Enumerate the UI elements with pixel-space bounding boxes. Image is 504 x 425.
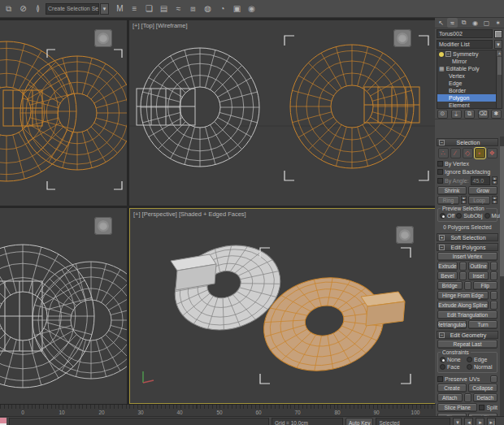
- manage-layers-icon[interactable]: ❏: [142, 2, 156, 15]
- edit-triangulation-button[interactable]: Edit Triangulation: [437, 310, 497, 319]
- dropdown-arrow-icon[interactable]: ▼: [453, 418, 462, 425]
- extrude-button[interactable]: Extrude: [437, 262, 458, 271]
- stack-row-element[interactable]: Element: [437, 102, 502, 109]
- object-name-field[interactable]: Torus002: [437, 29, 493, 38]
- unlink-selection-icon[interactable]: ⊘: [16, 2, 30, 15]
- viewcube[interactable]: [94, 29, 112, 47]
- selection-set-dropdown-arrow[interactable]: ▼: [100, 3, 109, 15]
- material-editor-icon[interactable]: ◍: [201, 2, 215, 15]
- shrink-button[interactable]: Shrink: [437, 186, 467, 195]
- viewport-menu-view[interactable]: [Perspective]: [142, 210, 177, 218]
- hierarchy-tab-icon[interactable]: ⧉: [458, 18, 469, 28]
- viewport-menu-plus[interactable]: [+]: [133, 210, 141, 218]
- maxscript-mini-listener[interactable]: [0, 418, 7, 425]
- auto-key-button[interactable]: Auto Key: [345, 418, 373, 425]
- preserve-uvs-settings-icon[interactable]: [490, 375, 497, 383]
- utilities-tab-icon[interactable]: ✶: [493, 18, 503, 28]
- object-color-swatch[interactable]: [494, 30, 502, 38]
- select-and-link-icon[interactable]: ⧉: [2, 2, 15, 15]
- by-vertex-checkbox[interactable]: [437, 161, 443, 167]
- border-icon[interactable]: ◇: [463, 148, 473, 158]
- viewport-top-left[interactable]: [0, 20, 127, 206]
- by-angle-field[interactable]: 45.0: [471, 176, 490, 185]
- inset-settings-icon[interactable]: [490, 271, 497, 280]
- extrude-settings-icon[interactable]: [459, 262, 467, 271]
- stack-row-symmetry[interactable]: − Symmetry: [437, 50, 502, 58]
- next-frame-button[interactable]: ►|: [487, 418, 496, 425]
- stack-row-editable-poly[interactable]: ▦ Editable Poly: [437, 65, 502, 72]
- constraint-none-radio[interactable]: [440, 357, 445, 362]
- selection-filter-dropdown[interactable]: Selected: [376, 418, 450, 425]
- polygon-icon[interactable]: ▪: [475, 148, 485, 158]
- viewport-menu-view[interactable]: [Top]: [141, 22, 154, 29]
- modifier-on-off-bulb-icon[interactable]: [439, 52, 444, 57]
- attach-button[interactable]: Attach: [437, 393, 463, 402]
- command-panel-scrollbar[interactable]: [500, 137, 504, 416]
- turn-button[interactable]: Turn: [468, 320, 497, 329]
- viewport-menu-shading[interactable]: [Wireframe]: [156, 22, 188, 29]
- inset-button[interactable]: Inset: [468, 271, 489, 280]
- stack-row-mirror[interactable]: Mirror: [437, 58, 502, 65]
- preview-multi-radio[interactable]: [484, 213, 490, 219]
- track-bar[interactable]: 0 10 20 30 40 50 60 70 80 90 100: [0, 404, 436, 416]
- retriangulate-button[interactable]: Retriangulate: [437, 320, 467, 329]
- modify-tab-icon[interactable]: ≈: [447, 18, 458, 28]
- viewport-menu-plus[interactable]: [+]: [133, 22, 140, 29]
- element-icon[interactable]: ❖: [487, 148, 497, 158]
- configure-modifier-sets-icon[interactable]: ✱: [491, 110, 502, 119]
- constraint-normal-radio[interactable]: [467, 364, 472, 370]
- extrude-along-spline-button[interactable]: Extrude Along Spline: [437, 301, 489, 310]
- soft-selection-rollout-header[interactable]: +Soft Selection: [437, 233, 498, 241]
- render-setup-icon[interactable]: ◔: [215, 2, 229, 15]
- flip-button[interactable]: Flip: [473, 281, 498, 290]
- stack-row-vertex[interactable]: Vertex: [437, 72, 502, 80]
- edit-geometry-rollout-header[interactable]: −Edit Geometry: [437, 331, 498, 339]
- viewcube[interactable]: [393, 29, 411, 47]
- slice-plane-button[interactable]: Slice Plane: [437, 403, 477, 412]
- loop-button[interactable]: Loop: [468, 196, 490, 205]
- bevel-settings-icon[interactable]: [459, 271, 467, 280]
- viewport-menu-shading[interactable]: [Shaded + Edged Faces]: [179, 210, 246, 218]
- show-end-result-icon[interactable]: ⍊: [451, 110, 462, 119]
- viewport-top[interactable]: [+] [Top] [Wireframe]: [129, 20, 436, 206]
- viewcube[interactable]: [396, 226, 414, 244]
- outline-settings-icon[interactable]: [490, 262, 497, 271]
- ring-button[interactable]: Ring: [437, 196, 459, 205]
- create-tab-icon[interactable]: ↖: [436, 18, 446, 28]
- loop-spinner[interactable]: ▲▼: [492, 196, 497, 205]
- create-button[interactable]: Create: [437, 384, 467, 392]
- edge-icon[interactable]: ∕: [450, 148, 461, 158]
- preview-off-radio[interactable]: [440, 213, 445, 219]
- ring-spinner[interactable]: ▲▼: [461, 196, 467, 205]
- vertex-icon[interactable]: ∴: [438, 148, 449, 158]
- motion-tab-icon[interactable]: ◉: [470, 18, 480, 28]
- remove-modifier-icon[interactable]: ⌫: [478, 110, 489, 119]
- make-unique-icon[interactable]: ⧉: [464, 110, 475, 119]
- graphite-modeling-tools-icon[interactable]: ▤: [157, 2, 171, 15]
- schematic-view-icon[interactable]: ⧈: [186, 2, 200, 15]
- modifier-list-arrow[interactable]: ▼: [494, 40, 502, 49]
- constraint-face-radio[interactable]: [440, 364, 445, 370]
- curve-editor-icon[interactable]: ≈: [172, 2, 185, 15]
- viewport-bottom-left[interactable]: [0, 208, 127, 404]
- split-checkbox[interactable]: [479, 405, 484, 410]
- insert-vertex-button[interactable]: Insert Vertex: [437, 252, 497, 261]
- collapse-button[interactable]: Collapse: [468, 384, 497, 392]
- viewcube[interactable]: [94, 217, 112, 235]
- modifier-list-dropdown[interactable]: Modifier List: [437, 40, 493, 49]
- stack-row-edge[interactable]: Edge: [437, 80, 502, 87]
- grow-button[interactable]: Grow: [468, 186, 497, 195]
- detach-button[interactable]: Detach: [473, 393, 498, 402]
- extrude-spline-settings-icon[interactable]: [490, 301, 497, 310]
- render-production-icon[interactable]: ◉: [245, 2, 259, 15]
- attach-settings-icon[interactable]: [464, 393, 471, 402]
- preserve-uvs-checkbox[interactable]: [437, 376, 443, 382]
- bevel-button[interactable]: Bevel: [437, 271, 458, 280]
- by-angle-spinner[interactable]: ▲▼: [492, 176, 497, 185]
- mirror-icon[interactable]: M: [113, 2, 127, 15]
- play-button[interactable]: ►: [476, 418, 484, 425]
- hinge-from-edge-button[interactable]: Hinge From Edge: [437, 291, 489, 300]
- hinge-settings-icon[interactable]: [490, 291, 497, 300]
- bridge-settings-icon[interactable]: [464, 281, 471, 290]
- edit-polygons-rollout-header[interactable]: −Edit Polygons: [437, 243, 498, 251]
